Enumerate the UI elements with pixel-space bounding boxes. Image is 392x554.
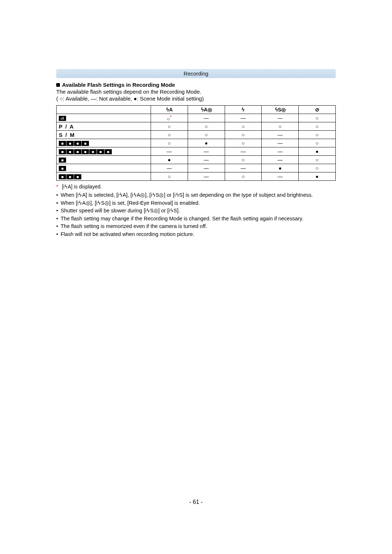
col-flash-on: ϟ: [225, 106, 262, 114]
row-label: P / A: [57, 122, 151, 131]
table-cell: —: [151, 164, 188, 172]
table-cell: ○: [299, 164, 336, 172]
table-cell: —: [262, 147, 299, 156]
legend-open: (: [56, 95, 58, 102]
note-item: The flash setting is memorized even if t…: [56, 223, 336, 230]
note-item: The flash setting may change if the Reco…: [56, 215, 336, 223]
table-cell: ○: [225, 172, 262, 181]
table-cell: —: [262, 131, 299, 139]
table-body: iA○*———○P / A○○○○○S / M○○○—○■■■■○●○—○■■■…: [57, 114, 336, 181]
table-cell: —: [188, 172, 225, 181]
footnote-marker: *: [56, 184, 58, 190]
table-row: ■■■○—○—●: [57, 172, 336, 181]
flash-settings-table: ϟA ϟA◎ ϟ ϟS◎ ⊘ iA○*———○P / A○○○○○S / M○○…: [56, 105, 336, 181]
col-flash-auto: ϟA: [151, 106, 188, 114]
col-flash-slow-redeye: ϟS◎: [262, 106, 299, 114]
table-cell: ○: [188, 131, 225, 139]
table-cell: ○: [225, 139, 262, 147]
table-cell: ●: [151, 156, 188, 164]
table-cell: —: [225, 114, 262, 122]
footnote: * [iϟA] is displayed.: [56, 184, 336, 190]
legend-text: ( ○: Available, —: Not available, ●: Sce…: [56, 95, 336, 102]
table-row: S / M○○○—○: [57, 131, 336, 139]
mode-icon: ■: [66, 149, 74, 154]
table-row: P / A○○○○○: [57, 122, 336, 131]
table-cell: —: [262, 139, 299, 147]
mode-icon: ■: [59, 174, 66, 179]
row-label: ■■■: [57, 172, 151, 181]
bullet-square-icon: [56, 83, 60, 87]
mode-icon: ■: [59, 158, 66, 163]
mode-icon: ■: [74, 149, 81, 154]
table-cell: ○: [225, 131, 262, 139]
row-label: ■■■■■■■: [57, 147, 151, 156]
table-cell: —: [188, 114, 225, 122]
mode-icon: ■: [105, 149, 112, 154]
table-row: ■———●○: [57, 164, 336, 172]
table-cell: —: [188, 164, 225, 172]
table-cell: ○: [225, 122, 262, 131]
table-cell: ○: [299, 139, 336, 147]
mode-icon: ■: [97, 149, 104, 154]
mode-icon: ■: [89, 149, 97, 154]
table-cell: —: [151, 147, 188, 156]
table-cell: ●: [299, 172, 336, 181]
mode-icon: ■: [66, 141, 74, 146]
note-item: Shutter speed will be slower during [iϟS…: [56, 207, 336, 215]
legend-not-available: —: Not available,: [91, 95, 132, 102]
table-cell: —: [225, 164, 262, 172]
table-row: ■●—○—○: [57, 156, 336, 164]
heading: Available Flash Settings in Recording Mo…: [62, 82, 175, 88]
mode-icon: ■: [82, 141, 89, 146]
legend-initial: ●: Scene Mode initial setting): [134, 95, 204, 102]
page-number: - 61 -: [0, 499, 392, 505]
legend-available: ○: Available,: [60, 95, 89, 102]
table-cell: ○: [151, 172, 188, 181]
table-cell: ○: [299, 122, 336, 131]
page-content: Recording Available Flash Settings in Re…: [0, 0, 392, 238]
table-cell: ○: [299, 131, 336, 139]
mode-text: P / A: [59, 123, 74, 130]
table-row: ■■■■○●○—○: [57, 139, 336, 147]
table-row: iA○*———○: [57, 114, 336, 122]
intro-text: The available flash settings depend on t…: [56, 89, 336, 95]
table-cell: ○: [299, 114, 336, 122]
table-cell: ○: [151, 122, 188, 131]
mode-icon: ■: [59, 166, 66, 171]
mode-icon: ■: [59, 141, 66, 146]
mode-icon: iA: [59, 116, 66, 121]
row-label: ■: [57, 156, 151, 164]
table-cell: ●: [188, 139, 225, 147]
mode-text: S / M: [59, 132, 75, 138]
note-item: When [iϟA◎], [iϟS◎] is set, [Red-Eye Rem…: [56, 200, 336, 207]
footnote-text: [iϟA] is displayed.: [62, 184, 102, 190]
note-item: Flash will not be activated when recordi…: [56, 231, 336, 238]
col-flash-off: ⊘: [299, 106, 336, 114]
row-label: ■: [57, 164, 151, 172]
table-cell: ○: [225, 156, 262, 164]
table-cell: ○: [262, 122, 299, 131]
table-row: ■■■■■■■————●: [57, 147, 336, 156]
table-cell: ●: [299, 147, 336, 156]
table-cell: —: [225, 147, 262, 156]
table-cell: —: [188, 156, 225, 164]
section-header: Recording: [56, 69, 336, 78]
row-label: ■■■■: [57, 139, 151, 147]
note-item: When [iϟA] is selected, [iϟA], [iϟA◎], […: [56, 192, 336, 199]
table-cell: ○*: [151, 114, 188, 122]
notes-list: When [iϟA] is selected, [iϟA], [iϟA◎], […: [56, 192, 336, 238]
table-cell: ○: [151, 139, 188, 147]
table-cell: —: [188, 147, 225, 156]
table-cell: ○: [151, 131, 188, 139]
table-cell: ●: [262, 164, 299, 172]
row-label: S / M: [57, 131, 151, 139]
mode-icon: ■: [66, 174, 74, 179]
table-header-row: ϟA ϟA◎ ϟ ϟS◎ ⊘: [57, 106, 336, 114]
mode-icon: ■: [59, 149, 66, 154]
table-cell: —: [262, 172, 299, 181]
mode-icon: ■: [74, 141, 81, 146]
table-cell: ○: [299, 156, 336, 164]
row-label: iA: [57, 114, 151, 122]
mode-icon: ■: [82, 149, 89, 154]
col-flash-auto-redeye: ϟA◎: [188, 106, 225, 114]
